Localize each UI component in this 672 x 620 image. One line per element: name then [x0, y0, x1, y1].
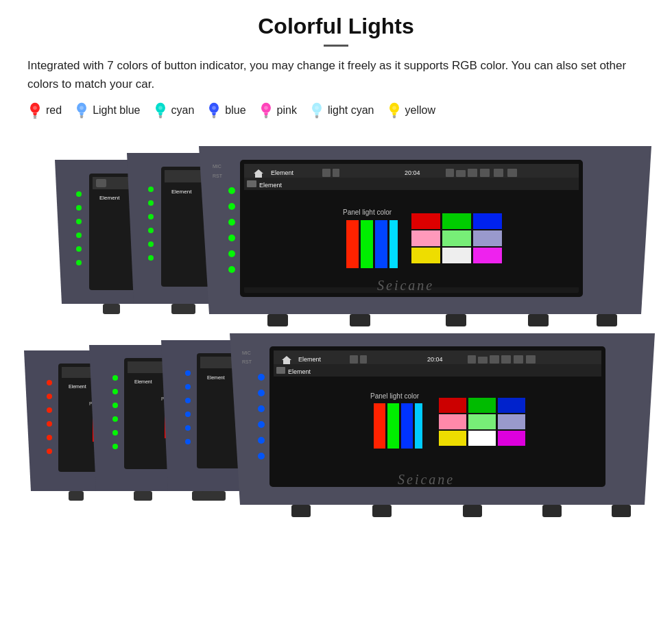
svg-point-20: [264, 106, 268, 110]
svg-rect-1: [34, 116, 37, 117]
svg-point-56: [76, 246, 82, 252]
color-label-pink: pink: [277, 104, 297, 117]
svg-point-266: [258, 374, 265, 381]
svg-point-54: [76, 219, 82, 224]
color-item-cyan: cyan: [153, 102, 195, 119]
svg-point-83: [148, 187, 154, 192]
color-item-lightcyan: light cyan: [309, 102, 374, 119]
svg-point-267: [258, 390, 265, 396]
svg-text:Seicane: Seicane: [398, 472, 455, 487]
svg-rect-99: [333, 169, 339, 177]
svg-rect-244: [501, 355, 511, 363]
svg-point-128: [228, 219, 235, 226]
svg-rect-101: [446, 169, 454, 177]
svg-point-225: [185, 398, 191, 403]
svg-rect-119: [473, 213, 502, 229]
color-label-lightcyan: light cyan: [328, 104, 374, 117]
svg-rect-103: [468, 169, 477, 177]
svg-point-3: [33, 106, 37, 110]
svg-rect-245: [514, 355, 523, 363]
svg-rect-265: [498, 431, 525, 446]
svg-text:Seicane: Seicane: [377, 278, 434, 293]
svg-point-131: [228, 266, 235, 273]
svg-rect-257: [439, 398, 466, 413]
svg-rect-263: [439, 431, 466, 446]
svg-point-195: [112, 416, 118, 422]
svg-rect-19: [265, 117, 267, 118]
svg-rect-6: [80, 116, 84, 117]
color-item-blue: blue: [206, 102, 245, 119]
svg-text:20:04: 20:04: [405, 169, 420, 176]
svg-rect-124: [442, 248, 471, 263]
svg-rect-277: [542, 505, 562, 517]
svg-rect-26: [392, 116, 396, 117]
svg-point-87: [148, 241, 154, 247]
svg-rect-117: [411, 213, 440, 229]
svg-point-88: [148, 255, 154, 261]
svg-point-162: [47, 394, 52, 399]
svg-rect-125: [473, 248, 502, 263]
svg-point-24: [315, 106, 319, 110]
svg-rect-121: [442, 230, 471, 246]
svg-rect-105: [494, 169, 503, 177]
svg-rect-251: [274, 377, 601, 483]
svg-rect-22: [315, 116, 319, 117]
svg-point-226: [185, 412, 191, 417]
svg-rect-11: [159, 117, 162, 118]
svg-point-16: [213, 106, 217, 110]
svg-rect-114: [361, 220, 373, 268]
svg-point-52: [76, 191, 82, 197]
svg-rect-274: [291, 505, 311, 517]
svg-rect-278: [612, 505, 631, 517]
displays-container: Element 20:04 Element Panel light color: [0, 136, 672, 534]
svg-point-55: [76, 232, 82, 238]
svg-text:Element: Element: [259, 182, 283, 189]
svg-rect-108: [244, 178, 579, 190]
page-title: Colorful Lights: [27, 14, 645, 39]
svg-rect-246: [526, 355, 536, 363]
svg-rect-15: [213, 117, 215, 118]
svg-point-129: [228, 235, 235, 241]
svg-rect-113: [346, 220, 359, 268]
svg-point-53: [76, 205, 82, 211]
color-label-cyan: cyan: [171, 104, 195, 117]
svg-point-269: [258, 421, 265, 428]
svg-point-268: [258, 405, 265, 412]
svg-rect-23: [315, 117, 318, 118]
display-unit-bottom-4: Element 20:04 Element Panel light color: [216, 321, 669, 520]
svg-point-165: [47, 435, 52, 440]
svg-rect-109: [247, 180, 256, 187]
svg-rect-241: [468, 355, 476, 363]
svg-rect-122: [473, 230, 502, 246]
svg-point-163: [47, 407, 52, 413]
svg-point-270: [258, 437, 265, 444]
color-item-lightblue: Light blue: [74, 102, 140, 119]
display-unit-top-3: Element 20:04 Element Panel light color: [185, 136, 665, 328]
svg-point-4: [34, 118, 37, 119]
svg-point-166: [47, 449, 52, 454]
svg-point-12: [158, 106, 163, 110]
svg-rect-260: [439, 414, 466, 429]
svg-rect-264: [468, 431, 496, 446]
svg-text:Element: Element: [271, 169, 294, 176]
svg-rect-238: [350, 355, 358, 363]
svg-rect-120: [411, 230, 440, 246]
svg-rect-254: [387, 403, 399, 449]
svg-point-196: [112, 430, 118, 436]
svg-rect-104: [480, 169, 490, 177]
svg-rect-98: [322, 169, 331, 177]
svg-rect-275: [372, 505, 392, 517]
svg-point-57: [76, 260, 82, 265]
svg-point-84: [148, 200, 154, 206]
svg-rect-18: [264, 116, 267, 117]
svg-point-271: [258, 453, 265, 460]
svg-rect-123: [411, 248, 440, 263]
svg-text:20:04: 20:04: [427, 356, 443, 363]
svg-point-224: [185, 384, 191, 390]
bulb-icon-blue: [206, 102, 221, 119]
svg-rect-14: [213, 116, 216, 117]
svg-point-8: [80, 106, 84, 110]
svg-rect-262: [498, 414, 525, 429]
bulb-icon-pink: [259, 102, 274, 119]
svg-point-130: [228, 250, 235, 257]
